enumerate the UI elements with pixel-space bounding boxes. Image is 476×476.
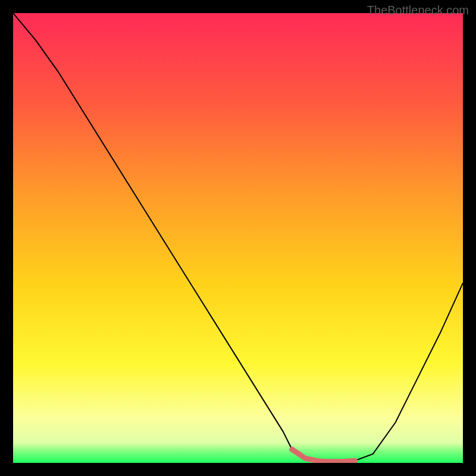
chart-plot-area bbox=[13, 13, 463, 463]
gradient-background bbox=[13, 13, 463, 463]
chart-svg bbox=[13, 13, 463, 463]
watermark-text: TheBottleneck.com bbox=[367, 4, 469, 17]
